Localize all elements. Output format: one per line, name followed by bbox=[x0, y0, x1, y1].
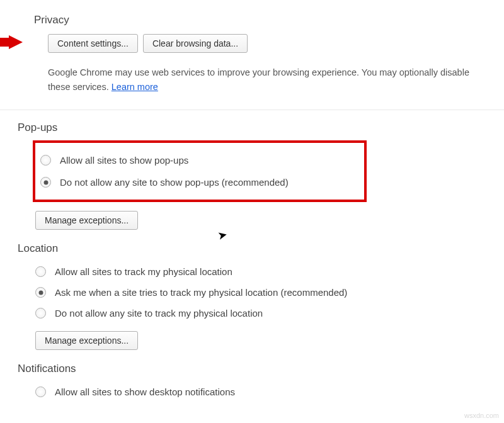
manage-exceptions-button[interactable]: Manage exceptions... bbox=[35, 331, 138, 350]
annotation-arrow bbox=[9, 35, 23, 49]
location-manage-row: Manage exceptions... bbox=[35, 331, 504, 350]
popups-title: Pop-ups bbox=[18, 121, 504, 134]
learn-more-link[interactable]: Learn more bbox=[112, 82, 158, 92]
popups-allow-row[interactable]: Allow all sites to show pop-ups bbox=[40, 149, 359, 171]
privacy-section: Privacy Content settings... Clear browsi… bbox=[0, 0, 504, 110]
radio-icon[interactable] bbox=[35, 308, 46, 319]
radio-icon[interactable] bbox=[40, 155, 51, 166]
location-title: Location bbox=[18, 242, 504, 255]
clear-browsing-data-button[interactable]: Clear browsing data... bbox=[143, 34, 248, 53]
notifications-title: Notifications bbox=[18, 363, 504, 375]
radio-icon[interactable] bbox=[35, 386, 46, 397]
privacy-title: Privacy bbox=[34, 14, 504, 26]
notifications-options: Allow all sites to show desktop notifica… bbox=[35, 381, 504, 402]
popups-manage-row: Manage exceptions... bbox=[35, 211, 504, 230]
manage-exceptions-button[interactable]: Manage exceptions... bbox=[35, 211, 138, 230]
popups-allow-label: Allow all sites to show pop-ups bbox=[60, 155, 188, 166]
location-allow-label: Allow all sites to track my physical loc… bbox=[55, 266, 232, 277]
notifications-allow-row[interactable]: Allow all sites to show desktop notifica… bbox=[35, 381, 504, 402]
radio-icon[interactable] bbox=[40, 177, 51, 188]
location-block-row[interactable]: Do not allow any site to track my physic… bbox=[35, 303, 504, 324]
popups-highlight: Allow all sites to show pop-ups Do not a… bbox=[33, 140, 367, 202]
location-block-label: Do not allow any site to track my physic… bbox=[55, 308, 263, 319]
popups-block-label: Do not allow any site to show pop-ups (r… bbox=[60, 177, 289, 188]
content-settings-button[interactable]: Content settings... bbox=[48, 34, 138, 53]
popups-block-row[interactable]: Do not allow any site to show pop-ups (r… bbox=[40, 171, 359, 193]
location-options: Allow all sites to track my physical loc… bbox=[35, 261, 504, 324]
location-ask-row[interactable]: Ask me when a site tries to track my phy… bbox=[35, 282, 504, 303]
privacy-description: Google Chrome may use web services to im… bbox=[48, 65, 489, 94]
popups-section: Pop-ups Allow all sites to show pop-ups … bbox=[0, 110, 504, 402]
notifications-allow-label: Allow all sites to show desktop notifica… bbox=[55, 386, 235, 397]
radio-icon[interactable] bbox=[35, 287, 46, 298]
location-ask-label: Ask me when a site tries to track my phy… bbox=[55, 287, 347, 298]
privacy-button-row: Content settings... Clear browsing data.… bbox=[48, 34, 504, 53]
radio-icon[interactable] bbox=[35, 266, 46, 277]
watermark-text: wsxdn.com bbox=[464, 412, 499, 419]
location-allow-row[interactable]: Allow all sites to track my physical loc… bbox=[35, 261, 504, 282]
